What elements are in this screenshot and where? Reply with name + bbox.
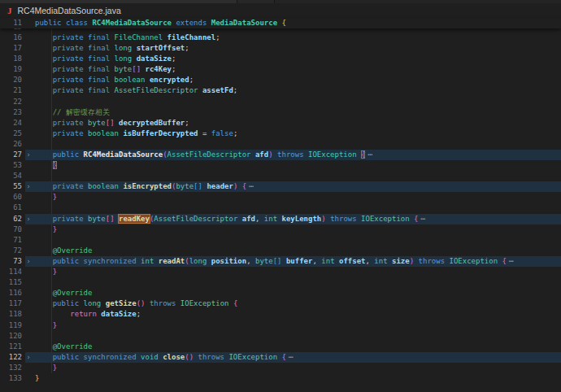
line-number[interactable]: 19 — [0, 64, 22, 75]
line-number[interactable]: 11 — [0, 18, 22, 28]
code-text[interactable]: @Override — [35, 342, 92, 352]
fold-chevron-icon[interactable]: › — [22, 150, 35, 160]
line-number[interactable]: 25 — [0, 128, 22, 139]
code-line: 26 — [0, 139, 561, 150]
line-number[interactable]: 122 — [0, 352, 22, 363]
code-text[interactable]: private final byte[] rc4Key; — [35, 64, 176, 75]
line-number[interactable]: 73 — [0, 256, 22, 267]
line-number[interactable]: 62 — [0, 214, 22, 224]
line-number[interactable]: 55 — [0, 181, 22, 192]
line-number[interactable]: 17 — [0, 43, 22, 54]
fold-gutter — [22, 331, 35, 342]
code-text[interactable] — [35, 331, 53, 342]
code-text[interactable]: public synchronized void close() throws … — [35, 352, 292, 363]
line-number[interactable]: 60 — [0, 192, 22, 203]
code-text[interactable] — [35, 203, 53, 213]
line-number[interactable]: 53 — [0, 160, 22, 171]
code-text[interactable]: private boolean isEncrypted(byte[] heade… — [35, 181, 253, 192]
code-text[interactable]: } — [35, 363, 57, 373]
code-text[interactable]: @Override — [35, 246, 92, 256]
line-number[interactable]: 22 — [0, 97, 22, 107]
code-text[interactable] — [35, 235, 53, 246]
code-text[interactable]: private byte[] readKey(AssetFileDescript… — [35, 214, 424, 224]
code-text[interactable]: private final boolean encrypted; — [35, 75, 194, 85]
fold-gutter — [22, 267, 35, 277]
line-number[interactable]: 21 — [0, 85, 22, 96]
code-text[interactable]: public synchronized int readAt(long posi… — [35, 256, 512, 267]
line-number[interactable]: 132 — [0, 363, 22, 373]
code-token: [] — [194, 182, 202, 190]
folded-code-ellipsis[interactable]: ⋯ — [509, 257, 512, 265]
folded-code-ellipsis[interactable]: ⋯ — [367, 150, 371, 159]
code-text[interactable]: @Override — [35, 288, 92, 298]
code-text[interactable]: private final FileChannel fileChannel; — [35, 33, 220, 43]
line-number[interactable]: 16 — [0, 33, 22, 43]
code-text[interactable]: } — [35, 320, 57, 331]
line-number[interactable]: 27 — [0, 150, 22, 160]
line-number[interactable]: 18 — [0, 54, 22, 64]
fold-gutter — [22, 128, 35, 139]
line-number[interactable]: 133 — [0, 373, 22, 384]
line-number[interactable]: 20 — [0, 75, 22, 85]
line-number[interactable]: 119 — [0, 320, 22, 331]
code-text[interactable] — [35, 277, 53, 288]
code-token: [] — [132, 65, 141, 73]
line-number[interactable]: 54 — [0, 171, 22, 181]
line-number[interactable]: 114 — [0, 267, 22, 277]
code-token: () — [185, 353, 194, 361]
code-token: ; — [189, 76, 194, 84]
fold-chevron-icon[interactable]: › — [22, 352, 35, 363]
code-text[interactable] — [35, 139, 53, 150]
fold-gutter — [22, 298, 35, 309]
code-line: 61 — [0, 203, 561, 213]
line-number[interactable]: 115 — [0, 277, 22, 288]
line-number[interactable]: 72 — [0, 246, 22, 256]
line-number[interactable]: 71 — [0, 235, 22, 246]
line-number[interactable]: 116 — [0, 288, 22, 298]
line-number[interactable]: 120 — [0, 331, 22, 342]
code-text[interactable]: public long getSize() throws IOException… — [35, 298, 237, 309]
line-number[interactable]: 24 — [0, 118, 22, 128]
folded-code-ellipsis[interactable]: ⋯ — [421, 215, 424, 223]
code-text[interactable]: return dataSize; — [35, 309, 141, 320]
code-line: 60} — [0, 192, 561, 203]
line-number[interactable]: 121 — [0, 342, 22, 352]
fold-gutter — [22, 75, 35, 85]
code-line: 19private final byte[] rc4Key; — [0, 64, 561, 75]
fold-chevron-icon[interactable]: › — [22, 256, 35, 267]
fold-chevron-icon[interactable]: › — [22, 214, 35, 224]
line-number[interactable]: 26 — [0, 139, 22, 150]
code-text[interactable]: } — [35, 267, 57, 277]
code-text[interactable] — [35, 171, 53, 181]
line-number[interactable]: 61 — [0, 203, 22, 213]
code-text[interactable]: } — [35, 160, 57, 171]
fold-gutter — [22, 203, 35, 213]
code-text[interactable]: // 解密缓存相关 — [35, 107, 110, 118]
fold-chevron-icon[interactable]: › — [22, 181, 35, 192]
line-number[interactable]: 70 — [0, 224, 22, 235]
code-line: 115 — [0, 277, 561, 288]
code-text[interactable]: private final long dataSize; — [35, 54, 176, 64]
code-text[interactable]: } — [35, 192, 57, 203]
code-text[interactable]: } — [35, 224, 57, 235]
code-text[interactable] — [35, 97, 53, 107]
code-text[interactable]: public class RC4MediaDataSource extends … — [35, 18, 286, 28]
code-text[interactable]: } — [35, 373, 39, 384]
fold-gutter — [22, 224, 35, 235]
line-number[interactable]: 118 — [0, 309, 22, 320]
folded-code-ellipsis[interactable]: ⋯ — [249, 182, 252, 190]
code-text[interactable]: public RC4MediaDataSource(AssetFileDescr… — [35, 150, 372, 160]
code-token: RC4MediaDataSource — [92, 19, 172, 27]
fold-gutter — [22, 373, 35, 384]
code-text[interactable]: private boolean isBufferDecrypted = fals… — [35, 128, 237, 139]
code-text[interactable]: private byte[] decryptedBuffer; — [35, 118, 189, 128]
sticky-scroll-header[interactable]: 11public class RC4MediaDataSource extend… — [0, 18, 561, 28]
editor-tab[interactable]: J RC4MediaDataSource.java — [0, 3, 561, 18]
folded-code-ellipsis[interactable]: ⋯ — [289, 353, 292, 361]
code-token: private final — [53, 44, 115, 52]
line-number[interactable]: 23 — [0, 107, 22, 118]
code-line: 118return dataSize; — [0, 309, 561, 320]
line-number[interactable]: 117 — [0, 298, 22, 309]
code-text[interactable]: private final AssetFileDescriptor assetF… — [35, 85, 237, 96]
code-text[interactable]: private final long startOffset; — [35, 43, 189, 54]
